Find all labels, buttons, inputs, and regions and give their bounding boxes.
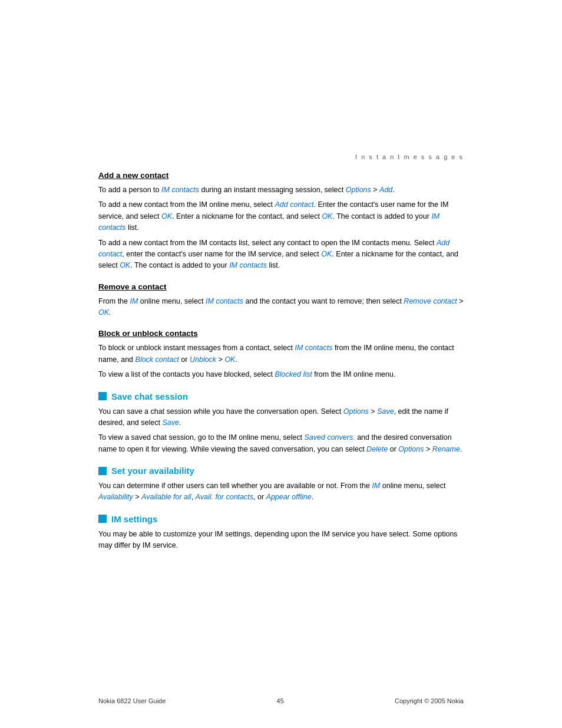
link-rename: Rename	[432, 445, 460, 453]
section-remove-contact: Remove a contact From the IM online menu…	[98, 282, 464, 319]
section-block-contacts: Block or unblock contacts To block or un…	[98, 329, 464, 380]
remove-contact-heading: Remove a contact	[98, 282, 464, 291]
link-remove-contact: Remove contact	[404, 297, 457, 305]
link-blocked-list: Blocked list	[275, 370, 312, 378]
footer-center: 45	[277, 697, 284, 704]
link-available-for-all: Available for all	[141, 493, 191, 501]
footer-right: Copyright © 2005 Nokia	[395, 697, 464, 704]
content-area: I n s t a n t m e s s a g e s Add a new …	[98, 0, 464, 598]
link-im-2: IM	[372, 482, 380, 490]
im-settings-heading: IM settings	[98, 514, 464, 524]
link-add-contact-1: Add contact	[275, 200, 313, 209]
blue-square-icon-3	[98, 515, 107, 523]
link-im-contacts-5: IM contacts	[295, 344, 333, 352]
save-chat-p1: You can save a chat session while you ha…	[98, 406, 464, 429]
link-ok-3: OK	[321, 250, 332, 258]
save-chat-p2: To view a saved chat session, go to the …	[98, 432, 464, 455]
link-saved-convers: Saved convers.	[305, 433, 355, 442]
link-ok-4: OK	[120, 261, 130, 269]
link-avail-for-contacts: Avail. for contacts	[196, 493, 253, 501]
link-im-1: IM	[130, 297, 138, 305]
section-im-settings: IM settings You may be able to customize…	[98, 514, 464, 552]
link-availability: Availability	[98, 493, 133, 501]
link-options-3: Options	[398, 445, 424, 453]
link-options-2: Options	[343, 407, 369, 416]
link-ok-6: OK	[224, 355, 235, 364]
link-im-contacts-3: IM contacts	[229, 261, 267, 269]
link-unblock: Unblock	[190, 355, 216, 364]
add-contact-p3: To add a new contact from the IM contact…	[98, 238, 464, 272]
block-contacts-p1: To block or unblock instant messages fro…	[98, 342, 464, 365]
link-ok-1: OK	[161, 212, 172, 220]
save-chat-heading: Save chat session	[98, 391, 464, 401]
section-save-chat: Save chat session You can save a chat se…	[98, 391, 464, 456]
link-block-contact: Block contact	[135, 355, 179, 364]
link-appear-offline: Appear offline	[266, 493, 312, 501]
link-add-contact-2: Add contact	[98, 239, 449, 258]
link-im-contacts-2: IM contacts	[98, 212, 439, 232]
link-delete: Delete	[366, 445, 388, 453]
footer-left: Nokia 6822 User Guide	[98, 697, 166, 704]
link-im-contacts-4: IM contacts	[206, 297, 243, 305]
link-im-contacts-1: IM contacts	[161, 186, 199, 194]
link-ok-5: OK	[98, 308, 109, 317]
section-add-contact: Add a new contact To add a person to IM …	[98, 171, 464, 272]
section-set-availability: Set your availability You can determine …	[98, 466, 464, 503]
blue-square-icon-2	[98, 467, 107, 475]
link-add-1: Add	[379, 186, 392, 194]
link-save-2: Save	[162, 419, 179, 427]
link-ok-2: OK	[322, 212, 332, 220]
page-header-label: I n s t a n t m e s s a g e s	[98, 153, 464, 160]
add-contact-p2: To add a new contact from the IM online …	[98, 199, 464, 233]
remove-contact-p1: From the IM online menu, select IM conta…	[98, 296, 464, 319]
set-availability-p1: You can determine if other users can tel…	[98, 480, 464, 503]
add-contact-heading: Add a new contact	[98, 171, 464, 180]
page: I n s t a n t m e s s a g e s Add a new …	[0, 0, 562, 728]
set-availability-heading: Set your availability	[98, 466, 464, 476]
link-options-1: Options	[346, 186, 371, 194]
block-contacts-heading: Block or unblock contacts	[98, 329, 464, 338]
add-contact-p1: To add a person to IM contacts during an…	[98, 185, 464, 196]
block-contacts-p2: To view a list of the contacts you have …	[98, 369, 464, 380]
link-save-1: Save	[377, 407, 394, 416]
blue-square-icon	[98, 392, 107, 400]
footer: Nokia 6822 User Guide 45 Copyright © 200…	[98, 697, 464, 704]
im-settings-p1: You may be able to customize your IM set…	[98, 529, 464, 552]
